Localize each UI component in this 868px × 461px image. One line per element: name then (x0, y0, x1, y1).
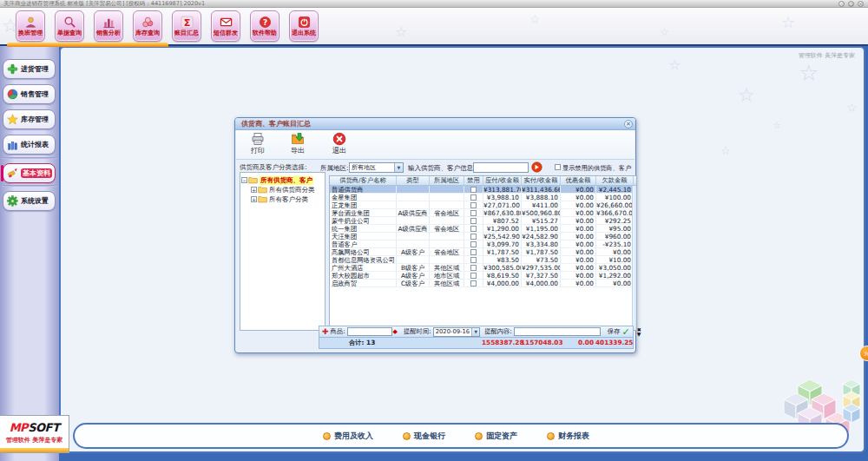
dialog-tool-exit[interactable]: 退出 (323, 132, 356, 158)
chevron-down-icon[interactable]: ▼ (394, 163, 403, 172)
toolbar-button-chart[interactable]: 销售分析 (94, 10, 123, 42)
cell: ¥1,787.50 (483, 248, 522, 255)
folder-icon (258, 186, 267, 194)
cell (464, 272, 483, 279)
remind-time-select[interactable]: 2020-09-16 ▼ (433, 327, 481, 337)
cell (464, 256, 483, 263)
sidebar-item-star[interactable]: 库存管理 (3, 109, 56, 129)
column-header[interactable]: 所属地区 (430, 176, 464, 185)
summary-total-paid: 1157048.03 (521, 338, 560, 348)
column-header[interactable]: 实付/收金额 (522, 176, 561, 185)
sms-icon (220, 16, 233, 30)
toolbar-button-search[interactable]: 单据查询 (55, 10, 84, 42)
toolbar-button-help[interactable]: ?软件帮助 (250, 10, 279, 42)
region-select[interactable]: 所有地区 ▼ (349, 162, 404, 173)
table-row[interactable]: 金星集团¥3,988.10¥3,888.10¥0.00¥100.00 (330, 194, 636, 201)
column-header[interactable]: 应付/收金额 (483, 176, 522, 185)
summary-total-payable: 1558387.28 (482, 338, 521, 348)
table-row[interactable]: 天汪集团¥25,542.90¥24,582.90¥0.00¥960.00 (330, 233, 636, 240)
disabled-checkbox[interactable] (470, 187, 477, 193)
sidebar-item-plus[interactable]: 进货管理 (3, 59, 56, 79)
item-input[interactable] (347, 327, 392, 336)
collapse-icon[interactable]: − (241, 177, 247, 183)
tree-root-item[interactable]: −所有供货商、客户 (241, 175, 324, 185)
column-header[interactable]: 欠款金额 (596, 176, 634, 185)
item-label: 商品: (331, 327, 345, 336)
table-row[interactable]: 茅台酒业集团A级供应商省会地区¥867,630.80¥500,960.80¥0.… (330, 209, 636, 217)
cell: ¥100.00 (596, 194, 634, 201)
item-dropdown-icon[interactable]: ◆ (393, 328, 398, 335)
sidebar-item-gear[interactable]: 系统设置 (3, 191, 56, 211)
column-header[interactable]: 禁用 (464, 176, 483, 185)
bottom-link-2[interactable]: 现金银行 (403, 431, 445, 442)
remind-content-input[interactable] (514, 327, 601, 336)
table-row[interactable]: 广州大酒店B级客户其他区域¥300,585.00¥297,535.00¥0.00… (330, 264, 636, 272)
close-icon[interactable]: ✕ (858, 1, 864, 7)
disabled-checkbox[interactable] (470, 249, 477, 255)
tree-child-item[interactable]: +所有供货商分类 (251, 185, 324, 194)
table-row[interactable]: 启政商贸C级客户其他区域¥4,000.00¥4,000.00¥0.00¥0.00 (330, 280, 636, 287)
disabled-checkbox[interactable] (470, 241, 477, 247)
toolbar-button-sms[interactable]: 短信群发 (211, 10, 240, 42)
table-row[interactable]: 普通供货商¥313,881.76¥311,436.66¥0.00¥2,445.1… (330, 186, 636, 194)
cell: ¥292.25 (596, 217, 634, 224)
expand-icon[interactable]: + (251, 187, 257, 193)
disabled-checkbox[interactable] (470, 280, 477, 286)
maximize-icon[interactable]: □ (848, 1, 854, 7)
table-scrollbar[interactable] (632, 186, 636, 330)
disabled-checkbox[interactable] (470, 265, 477, 271)
toolbar-button-user[interactable]: 换班管理 (16, 10, 45, 42)
disabled-checkbox[interactable] (470, 218, 477, 224)
dialog-close-icon[interactable]: ✕ (624, 120, 633, 128)
search-go-icon[interactable] (531, 161, 542, 173)
toolbar-button-sigma[interactable]: Σ账目汇总 (172, 10, 201, 42)
column-header[interactable]: 优惠金额 (561, 176, 596, 185)
table-row[interactable]: 蒙牛奶业公司¥807.52¥515.27¥0.00¥292.25 (330, 217, 636, 225)
cell (397, 233, 430, 240)
bottom-link-3[interactable]: 固定资产 (475, 431, 517, 442)
orange-dot-icon (403, 432, 411, 440)
table-row[interactable]: 普通客户¥3,099.70¥3,334.80¥0.00-¥235.10 (330, 240, 636, 248)
cell: 启政商贸 (330, 280, 397, 286)
mpsoft-logo: MPSOFT 管理软件 美萍是专家 (0, 415, 69, 453)
table-row[interactable]: 郑大校园超市A级客户地市区域¥8,619.50¥7,327.50¥0.00¥1,… (330, 272, 636, 280)
show-disabled-checkbox[interactable] (555, 164, 561, 170)
dialog-tool-printer[interactable]: 打印 (241, 132, 274, 158)
disabled-checkbox[interactable] (470, 202, 477, 208)
table-row[interactable]: 首都信息网络资讯公司¥83.50¥73.50¥0.00¥10.00 (330, 256, 636, 264)
table-row[interactable]: 统一集团A级供应商省会地区¥1,290.00¥1,195.00¥0.00¥95.… (330, 225, 636, 233)
search-input[interactable] (473, 162, 529, 173)
sidebar-item-brush[interactable]: 基本资料 (3, 163, 56, 183)
minimize-icon[interactable]: – (838, 1, 845, 7)
column-header[interactable]: 供货商/客户名称 (330, 176, 397, 185)
sidebar-item-bars[interactable]: 统计报表 (3, 135, 56, 155)
table-row[interactable]: 正龙集团¥27,071.00¥411.00¥0.00¥26,660.00 (330, 201, 636, 209)
toolbar-button-exit[interactable]: 退出系统 (289, 10, 319, 42)
chevron-down-icon[interactable]: ▼ (471, 328, 479, 336)
disabled-checkbox[interactable] (470, 273, 477, 279)
disabled-checkbox[interactable] (470, 194, 477, 201)
save-button[interactable]: 保存 (608, 327, 621, 336)
disabled-checkbox[interactable] (470, 234, 477, 240)
expand-down-icon[interactable]: ▼ (637, 332, 641, 336)
mpsoft-logo-text: MPSOFT (0, 421, 69, 434)
exit-icon (298, 16, 311, 30)
column-header[interactable]: 类型 (397, 176, 430, 185)
tree-child-item[interactable]: +所有客户分类 (251, 194, 324, 204)
reminder-footer: ✚ 商品: ◆ 提醒时间: 2020-09-16 ▼ 提醒内容: 保存 ✓ ✖ … (319, 326, 634, 338)
disabled-checkbox[interactable] (470, 210, 477, 216)
disabled-checkbox[interactable] (470, 226, 477, 232)
toolbar-button-coins[interactable]: 库存查询 (133, 10, 162, 42)
disabled-checkbox[interactable] (470, 257, 477, 263)
bottom-link-4[interactable]: 财务报表 (547, 431, 589, 442)
move-icon[interactable]: ✚ (322, 327, 329, 336)
dialog-tool-export[interactable]: 导出 (281, 132, 314, 158)
save-check-icon[interactable]: ✓ (621, 326, 629, 338)
expand-icon[interactable]: + (251, 196, 257, 202)
table-row[interactable]: 高飙网络公司A级客户省会地区¥1,787.50¥1,787.50¥0.00¥0.… (330, 248, 636, 256)
sidebar-item-pie[interactable]: 销售管理 (3, 84, 56, 104)
cell: ¥0.00 (561, 248, 596, 255)
cell: ¥83.50 (483, 256, 522, 263)
bottom-link-1[interactable]: 费用及收入 (323, 431, 373, 442)
tree-child-label: 所有客户分类 (269, 195, 308, 204)
